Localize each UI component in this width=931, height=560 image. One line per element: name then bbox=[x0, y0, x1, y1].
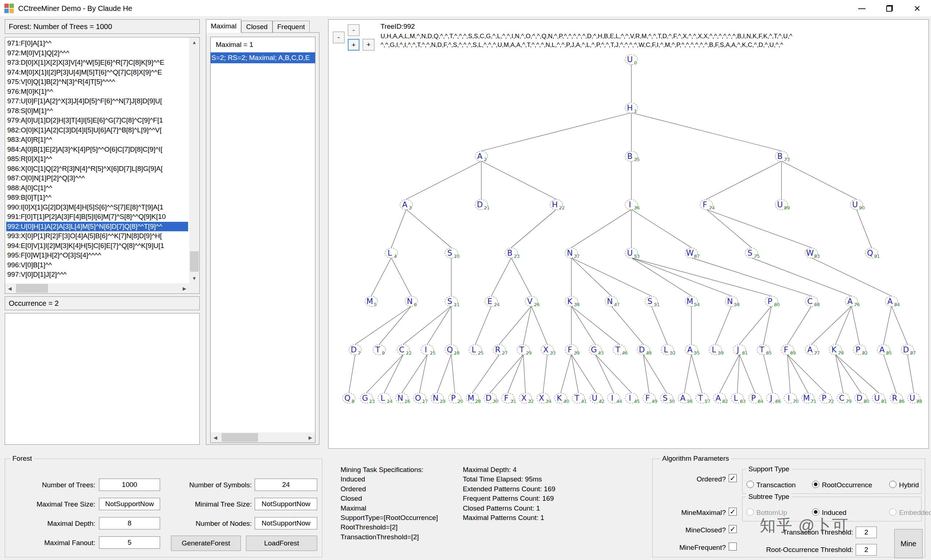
tree-list-item[interactable]: 988:A[0]C[1]^^ bbox=[6, 183, 188, 193]
mine-frequent-checkbox[interactable] bbox=[729, 543, 737, 551]
tree-list-item[interactable]: 979:A[0]U[1]D[2]H[3]T[4]I[5]E[6]^G[7]C[8… bbox=[6, 115, 188, 125]
tree-node: F49 bbox=[643, 393, 657, 404]
zoom-out-top-button[interactable]: - bbox=[348, 25, 359, 36]
tree-list-item[interactable]: 991:F[0]T[1]P[2]A[3]F[4]B[5]I[6]M[7]^S[8… bbox=[6, 212, 188, 222]
tree-list-item[interactable]: 987:O[0]N[1]P[2]^Q[3]^^^ bbox=[6, 174, 188, 183]
tree-list-item[interactable]: 995:F[0]W[1]H[2]^O[3]S[4]^^^^ bbox=[6, 251, 188, 260]
maximal-count-label: Maximal = 1 bbox=[211, 37, 315, 49]
tree-node: T46 bbox=[613, 345, 627, 355]
svg-text:5: 5 bbox=[374, 302, 377, 307]
tree-list-item[interactable]: 984:A[0]B[1]E[2]A[3]^K[4]P[5]^^O[6]C[7]D… bbox=[6, 145, 188, 155]
radio-induced[interactable] bbox=[812, 508, 819, 515]
root-occurrence-threshold-input[interactable] bbox=[856, 544, 877, 555]
ordered-checkbox[interactable] bbox=[729, 474, 737, 482]
svg-text:56: 56 bbox=[687, 399, 693, 404]
scroll-right-icon[interactable]: ▶ bbox=[308, 435, 312, 440]
maximal-fanout-input[interactable] bbox=[99, 536, 160, 549]
tree-list-item[interactable]: 997:V[0]D[1]J[2]^^^ bbox=[6, 270, 188, 280]
tree-list-item[interactable]: 971:F[0]A[1]^^ bbox=[6, 38, 188, 48]
radio-rootoccurrence[interactable] bbox=[812, 481, 819, 488]
tree-list-item[interactable]: 985:R[0]X[1]^^ bbox=[6, 154, 188, 164]
maximal-tree-size-input[interactable] bbox=[99, 498, 160, 510]
tree-node: M54 bbox=[685, 296, 700, 307]
scroll-right-icon[interactable]: ▶ bbox=[183, 286, 186, 291]
horizontal-scrollbar[interactable]: ◀ ▶ bbox=[5, 283, 189, 294]
tree-list-item[interactable]: 983:A[0]R[1]^^ bbox=[6, 135, 188, 145]
number-of-nodes-input[interactable] bbox=[255, 517, 317, 529]
tree-list-item[interactable]: 989:B[0]T[1]^^ bbox=[6, 193, 188, 203]
svg-text:A: A bbox=[879, 345, 885, 354]
svg-text:C: C bbox=[399, 345, 405, 354]
svg-text:43: 43 bbox=[598, 351, 604, 355]
scroll-left-icon[interactable]: ◀ bbox=[8, 286, 12, 291]
tree-node: L4 bbox=[385, 248, 397, 259]
mine-button[interactable]: Mine bbox=[894, 529, 923, 558]
tree-list-item[interactable]: 982:O[0]K[1]A[2]C[3]D[4]I[5]U[6]A[7]^B[8… bbox=[6, 125, 188, 135]
minimize-button[interactable] bbox=[848, 0, 876, 17]
number-of-trees-input[interactable] bbox=[99, 478, 160, 491]
tab-closed[interactable]: Closed bbox=[241, 21, 273, 33]
tree-list-item[interactable]: 992:U[0]H[1]A[2]A[3]L[4]M[5]^N[6]D[7]Q[8… bbox=[6, 222, 188, 232]
forest-header: Forest: Number of Trees = 1000 bbox=[5, 19, 200, 34]
stat-line: Frequent Patterns Count: 169 bbox=[463, 494, 556, 503]
minimal-tree-size-input[interactable] bbox=[255, 498, 317, 510]
forest-group-title: Forest bbox=[10, 455, 34, 463]
svg-text:R: R bbox=[495, 345, 501, 354]
radio-transaction[interactable] bbox=[746, 481, 754, 488]
patterns-horizontal-scrollbar[interactable]: ◀ ▶ bbox=[211, 432, 315, 443]
tree-list-item[interactable]: 978:S[0]M[1]^^ bbox=[6, 106, 188, 116]
svg-text:31: 31 bbox=[510, 399, 516, 404]
svg-text:71: 71 bbox=[811, 399, 816, 404]
spec-line: Closed bbox=[341, 494, 438, 503]
selected-pattern-item[interactable]: S=2; RS=2; Maximal; A,B,C,D,E bbox=[211, 52, 315, 63]
zoom-out-left-button[interactable]: - bbox=[333, 32, 345, 43]
generate-forest-button[interactable]: GenerateForest bbox=[171, 535, 241, 551]
tab-frequent[interactable]: Frequent bbox=[273, 21, 310, 33]
tree-list-item[interactable]: 975:V[0]Q[1]B[2]^N[3]^R[4]T[5]^^^^ bbox=[6, 77, 188, 87]
tree-list-item[interactable]: 993:X[0]P[1]R[2]F[3]O[4]A[5]B[6]^^K[7]N[… bbox=[6, 231, 188, 241]
tree-list-item[interactable]: 973:D[0]X[1]X[2]X[3]V[4]^W[5]E[6]^R[7]C[… bbox=[6, 58, 188, 68]
zoom-in-center-button[interactable]: + bbox=[348, 39, 359, 51]
radio-bottomup[interactable] bbox=[746, 508, 754, 515]
tree-list-item[interactable]: 994:E[0]V[1]I[2]M[3]K[4]H[5]C[6]E[7]^Q[8… bbox=[6, 241, 188, 251]
radio-embedded[interactable] bbox=[889, 508, 896, 515]
maximal-depth-input[interactable] bbox=[99, 517, 160, 529]
svg-text:73: 73 bbox=[784, 157, 790, 162]
tree-list-item[interactable]: 977:U[0]F[1]A[2]^X[3]J[4]D[5]^F[6]^^N[7]… bbox=[6, 96, 188, 106]
tree-list-item[interactable]: 974:M[0]X[1]I[2]P[3]U[4]M[5]T[6]^^Q[7]C[… bbox=[6, 68, 188, 77]
number-of-symbols-input[interactable] bbox=[255, 478, 317, 491]
tree-node: J66 bbox=[766, 393, 781, 404]
svg-text:F: F bbox=[646, 394, 650, 403]
transaction-threshold-input[interactable] bbox=[856, 526, 877, 538]
scrollbar-thumb[interactable] bbox=[16, 284, 48, 293]
load-forest-button[interactable]: LoadForest bbox=[246, 535, 317, 551]
tree-list-item[interactable]: 972:M[0]V[1]Q[2]^^^ bbox=[6, 48, 188, 58]
close-button[interactable]: × bbox=[903, 0, 931, 17]
tree-list-item[interactable]: 986:X[0]C[1]Q[2]^R[3]N[4]^R[5]^X[6]D[7]L… bbox=[6, 164, 188, 174]
tree-node: N16 bbox=[395, 393, 410, 404]
zoom-in-right-button[interactable]: + bbox=[363, 39, 375, 51]
radio-hybrid[interactable] bbox=[889, 481, 896, 488]
vertical-scrollbar[interactable]: ▲ ▼ bbox=[189, 37, 199, 283]
svg-text:W: W bbox=[806, 248, 814, 257]
mine-maximal-checkbox[interactable] bbox=[729, 508, 737, 515]
svg-text:N: N bbox=[567, 248, 573, 257]
maximize-button[interactable] bbox=[876, 0, 903, 17]
scrollbar-thumb[interactable] bbox=[190, 251, 199, 272]
svg-text:70: 70 bbox=[793, 399, 798, 404]
tree-list-item[interactable]: 976:M[0]K[1]^^ bbox=[6, 87, 188, 97]
tree-list-item[interactable]: 990:I[0]X[1]G[2]D[3]M[4]H[5]S[6]^^S[7]E[… bbox=[6, 203, 188, 212]
svg-text:0: 0 bbox=[634, 60, 637, 65]
tab-maximal[interactable]: Maximal bbox=[206, 19, 241, 33]
scroll-down-icon[interactable]: ▼ bbox=[189, 275, 199, 281]
scroll-up-icon[interactable]: ▲ bbox=[189, 40, 199, 45]
mine-closed-checkbox[interactable] bbox=[729, 525, 737, 533]
tree-list-item[interactable]: 996:V[0]B[1]^^ bbox=[6, 260, 188, 270]
svg-text:52: 52 bbox=[670, 351, 676, 355]
svg-text:41: 41 bbox=[581, 399, 587, 404]
scroll-left-icon[interactable]: ◀ bbox=[214, 435, 217, 440]
scrollbar-thumb[interactable] bbox=[222, 433, 258, 442]
scrollbar-corner bbox=[189, 283, 199, 294]
svg-text:S: S bbox=[447, 297, 453, 306]
ordered-label: Ordered? bbox=[653, 475, 726, 483]
